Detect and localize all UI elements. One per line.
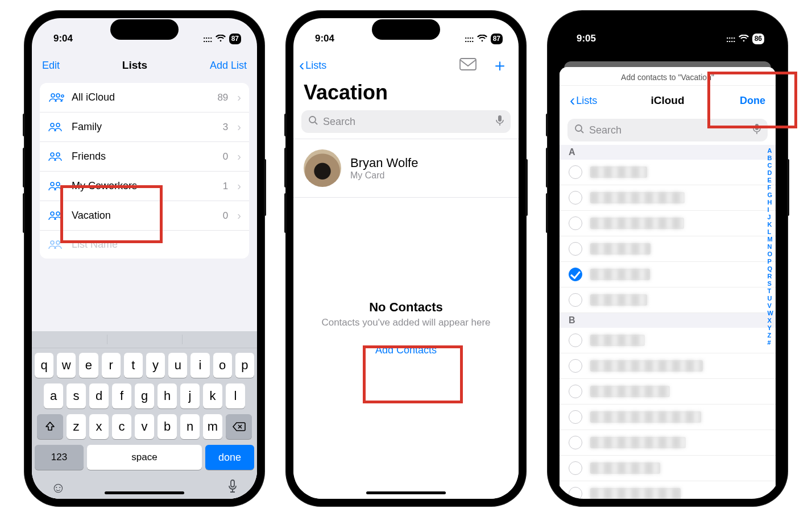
list-row-family[interactable]: Family 3 › (40, 112, 249, 142)
key-w[interactable]: w (57, 353, 76, 378)
key-q[interactable]: q (35, 353, 53, 378)
radio-unchecked-icon[interactable] (569, 191, 582, 205)
add-list-button[interactable]: Add List (210, 60, 247, 72)
key-o[interactable]: o (213, 353, 232, 378)
key-s[interactable]: s (67, 383, 86, 408)
dictation-key-icon[interactable] (227, 479, 238, 498)
backspace-key[interactable] (226, 414, 252, 439)
key-x[interactable]: x (89, 414, 109, 439)
list-row-friends[interactable]: Friends 0 › (40, 142, 249, 172)
index-letter[interactable]: B (768, 155, 773, 161)
index-letter[interactable]: Q (768, 265, 773, 272)
list-row-all-icloud[interactable]: All iCloud 89 › (40, 83, 249, 112)
contact-row[interactable] (560, 160, 776, 185)
numeric-key[interactable]: 123 (35, 445, 84, 470)
back-button[interactable]: ‹ Lists (299, 57, 326, 73)
home-indicator[interactable] (105, 491, 184, 494)
index-letter[interactable]: # (768, 339, 773, 346)
index-letter[interactable]: E (768, 177, 773, 184)
done-key[interactable]: done (205, 445, 254, 470)
radio-unchecked-icon[interactable] (569, 333, 582, 347)
radio-unchecked-icon[interactable] (569, 242, 582, 256)
radio-unchecked-icon[interactable] (569, 436, 582, 449)
radio-checked-icon[interactable] (569, 268, 582, 281)
index-letter[interactable]: Y (768, 324, 773, 331)
index-letter[interactable]: P (768, 258, 773, 265)
index-letter[interactable]: H (768, 199, 773, 206)
index-letter[interactable]: S (768, 280, 773, 287)
key-l[interactable]: l (226, 383, 245, 408)
back-button[interactable]: ‹ Lists (570, 93, 597, 109)
radio-unchecked-icon[interactable] (569, 487, 582, 499)
key-u[interactable]: u (168, 353, 187, 378)
key-c[interactable]: c (112, 414, 131, 439)
index-letter[interactable]: X (768, 317, 773, 324)
my-card-row[interactable]: Bryan Wolfe My Card (293, 139, 519, 198)
edit-button[interactable]: Edit (42, 60, 60, 72)
key-n[interactable]: n (180, 414, 200, 439)
index-letter[interactable]: I (768, 206, 773, 213)
key-p[interactable]: p (235, 353, 254, 378)
radio-unchecked-icon[interactable] (569, 410, 582, 424)
key-k[interactable]: k (203, 383, 222, 408)
key-b[interactable]: b (158, 414, 177, 439)
contact-row[interactable] (560, 211, 776, 236)
index-letter[interactable]: F (768, 184, 773, 191)
contact-row[interactable] (560, 481, 776, 499)
radio-unchecked-icon[interactable] (569, 216, 582, 230)
radio-unchecked-icon[interactable] (569, 385, 582, 398)
contact-row[interactable] (560, 405, 776, 430)
index-letter[interactable]: C (768, 162, 773, 169)
key-e[interactable]: e (79, 353, 98, 378)
key-j[interactable]: j (180, 383, 200, 408)
radio-unchecked-icon[interactable] (569, 165, 582, 179)
key-t[interactable]: t (124, 353, 143, 378)
index-letter[interactable]: U (768, 295, 773, 302)
index-letter[interactable]: K (768, 221, 773, 228)
contact-row[interactable] (560, 328, 776, 353)
key-z[interactable]: z (67, 414, 86, 439)
index-letter[interactable]: D (768, 169, 773, 176)
index-letter[interactable]: T (768, 287, 773, 294)
mail-all-icon[interactable] (459, 58, 477, 73)
key-r[interactable]: r (102, 353, 121, 378)
radio-unchecked-icon[interactable] (569, 461, 582, 475)
contact-row[interactable] (560, 287, 776, 313)
index-letter[interactable]: R (768, 273, 773, 280)
contact-picker-list[interactable]: A B ABCDEFGHIJKLMNOPQRSTUVWXYZ# (560, 145, 776, 499)
index-letter[interactable]: M (768, 236, 773, 243)
radio-unchecked-icon[interactable] (569, 293, 582, 307)
contact-row[interactable] (560, 430, 776, 456)
key-m[interactable]: m (203, 414, 222, 439)
keyboard[interactable]: qwertyuiop asdfghjkl zxcvbnm 123 space d… (32, 331, 257, 499)
add-contact-icon[interactable]: ＋ (491, 57, 508, 74)
mic-icon[interactable] (496, 115, 504, 129)
key-y[interactable]: y (146, 353, 165, 378)
contact-row[interactable] (560, 353, 776, 379)
shift-key[interactable] (37, 414, 63, 439)
key-v[interactable]: v (135, 414, 154, 439)
index-letter[interactable]: A (768, 147, 773, 154)
contact-row[interactable] (560, 262, 776, 287)
key-a[interactable]: a (44, 383, 63, 408)
search-input[interactable]: Search (301, 110, 511, 133)
contact-row[interactable] (560, 185, 776, 211)
contact-row[interactable] (560, 379, 776, 405)
key-i[interactable]: i (190, 353, 209, 378)
contact-row[interactable] (560, 236, 776, 262)
key-g[interactable]: g (135, 383, 154, 408)
radio-unchecked-icon[interactable] (569, 359, 582, 373)
index-letter[interactable]: Z (768, 332, 773, 339)
key-d[interactable]: d (89, 383, 109, 408)
index-letter[interactable]: W (768, 310, 773, 316)
alpha-index-bar[interactable]: ABCDEFGHIJKLMNOPQRSTUVWXYZ# (768, 145, 773, 499)
space-key[interactable]: space (87, 445, 202, 470)
index-letter[interactable]: O (768, 251, 773, 257)
index-letter[interactable]: L (768, 228, 773, 235)
index-letter[interactable]: G (768, 191, 773, 198)
index-letter[interactable]: V (768, 302, 773, 309)
keyboard-candidates-bar[interactable] (32, 331, 257, 348)
contact-row[interactable] (560, 456, 776, 481)
key-f[interactable]: f (112, 383, 131, 408)
index-letter[interactable]: J (768, 214, 773, 220)
